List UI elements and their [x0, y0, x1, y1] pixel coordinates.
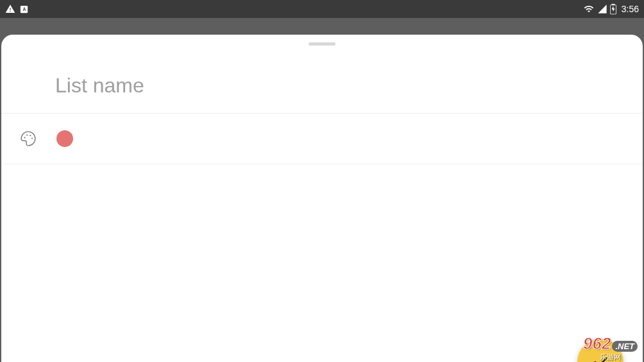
modal-backdrop: 962 .NET 乐游网 — [0, 18, 644, 362]
divider — [1, 164, 643, 164]
list-name-input[interactable] — [55, 74, 589, 98]
color-picker-row[interactable] — [1, 114, 643, 164]
svg-rect-0 — [21, 5, 28, 12]
font-icon — [19, 4, 29, 14]
svg-rect-2 — [611, 4, 614, 5]
svg-point-5 — [30, 135, 31, 136]
status-bar-left — [5, 4, 29, 14]
palette-icon — [19, 130, 37, 148]
svg-point-6 — [31, 137, 33, 139]
svg-point-3 — [24, 137, 26, 138]
status-bar: 3:56 — [0, 0, 644, 18]
confirm-fab[interactable] — [577, 339, 623, 362]
wifi-icon — [583, 4, 595, 14]
color-swatch-selected[interactable] — [56, 130, 73, 147]
check-icon — [591, 353, 609, 362]
status-bar-right: 3:56 — [583, 3, 639, 15]
drag-handle[interactable] — [309, 42, 335, 46]
bottom-sheet: 962 .NET 乐游网 — [1, 35, 643, 362]
battery-charging-icon — [610, 3, 616, 15]
cellular-icon — [597, 4, 607, 14]
svg-point-4 — [26, 135, 28, 136]
list-name-row — [1, 38, 643, 113]
status-time: 3:56 — [622, 4, 639, 14]
warning-icon — [5, 4, 15, 14]
